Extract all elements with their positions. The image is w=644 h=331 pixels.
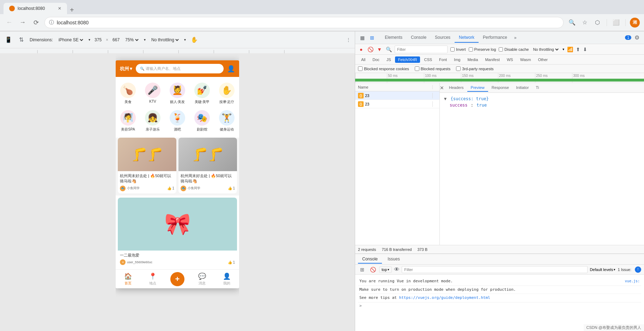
tab-network[interactable]: Network: [455, 33, 479, 43]
single-post-card[interactable]: 🎀 一二最泡爱 ☀ user_55609e60uc 👍 1: [118, 198, 237, 267]
post-card-1[interactable]: 🦵🦵 杭州周末好去处 | 🔥50就可以骑马啦🐴 🐟 小鱼同学 👍 1: [118, 138, 176, 193]
filter-input[interactable]: [395, 46, 448, 53]
vue-link-1[interactable]: vue.js:: [625, 278, 640, 284]
category-meishi[interactable]: 🍗 美食: [116, 80, 140, 107]
eye-icon[interactable]: 👁: [394, 266, 400, 273]
request-row-1[interactable]: {} 23: [355, 91, 439, 100]
address-bar[interactable]: ⓘ localhost:8080: [44, 17, 564, 28]
filter-img[interactable]: Img: [451, 56, 463, 63]
tab-close-btn[interactable]: ✕: [58, 6, 61, 11]
console-context-selector[interactable]: top ▾: [379, 266, 392, 273]
console-embed-btn[interactable]: ⊞: [358, 265, 366, 274]
tab-sources[interactable]: Sources: [431, 33, 455, 43]
clear-btn[interactable]: 🚫: [367, 46, 373, 53]
zoom-select[interactable]: 75%: [124, 37, 140, 43]
tab-console-panel[interactable]: Console: [358, 255, 382, 264]
device-toolbar-more[interactable]: ⋮: [346, 37, 351, 42]
nav-profile[interactable]: 👤 我的: [214, 272, 239, 286]
default-levels-dropdown[interactable]: Default levels ▾: [590, 267, 615, 272]
issues-tab-label: Issues: [388, 257, 400, 261]
filter-media[interactable]: Media: [464, 56, 481, 63]
back-btn[interactable]: ←: [4, 18, 14, 28]
no-touch-btn[interactable]: ✋: [190, 36, 199, 44]
device-toggle-btn[interactable]: 📱: [4, 36, 13, 44]
category-escape[interactable]: 🎭 剧剧馆: [190, 107, 214, 135]
blocked-response-check[interactable]: [358, 66, 363, 71]
active-tab[interactable]: localhost:8080 ✕: [4, 3, 67, 14]
new-tab-btn[interactable]: +: [70, 6, 74, 14]
filter-ws[interactable]: WS: [504, 56, 516, 63]
preview-root[interactable]: ▼ {success: true}: [443, 96, 641, 102]
category-gym[interactable]: 🏋 健身运动: [214, 107, 239, 135]
tick-300ms-label: 300 ms: [573, 74, 585, 78]
bookmark-btn[interactable]: ☆: [580, 18, 590, 28]
throttle-dropdown[interactable]: No throttling: [531, 47, 560, 52]
tab-performance[interactable]: Performance: [479, 33, 511, 43]
deployment-link[interactable]: https://vuejs.org/guide/deployment.html: [399, 295, 490, 300]
reload-btn[interactable]: ⟳: [31, 18, 41, 28]
filter-doc[interactable]: Doc: [369, 56, 383, 63]
status-text: CSDN @布娶成为最负责的男人: [587, 325, 641, 330]
inspect-element-btn[interactable]: ▦: [358, 34, 366, 42]
throttle-select[interactable]: No throttling: [150, 37, 180, 43]
tab-issues-panel[interactable]: Issues: [383, 255, 404, 264]
profile-avatar[interactable]: 湘: [630, 18, 640, 28]
more-tabs-btn[interactable]: »: [511, 33, 520, 42]
add-icon[interactable]: +: [170, 272, 184, 286]
device-second-btn[interactable]: ⇅: [17, 36, 25, 44]
filter-js[interactable]: JS: [383, 56, 394, 63]
search-btn[interactable]: 🔍: [567, 18, 577, 28]
request-row-2[interactable]: {} 23: [355, 100, 439, 108]
console-filter-input[interactable]: [402, 266, 588, 273]
filter-icon-btn[interactable]: ▼: [376, 46, 383, 53]
category-ktv[interactable]: 🎤 KTV: [140, 80, 165, 107]
disable-cache-check[interactable]: [499, 47, 503, 52]
app-location[interactable]: 杭州 ▾: [120, 66, 132, 72]
preview-tab-timing[interactable]: Ti: [532, 84, 542, 92]
filter-fetch[interactable]: Fetch/XHR: [395, 56, 420, 63]
filter-other[interactable]: Other: [535, 56, 551, 63]
upload-icon[interactable]: ⬆: [576, 47, 580, 52]
third-party-check[interactable]: [456, 66, 461, 71]
nav-add[interactable]: +: [165, 272, 190, 286]
blocked-requests-check[interactable]: [415, 66, 419, 71]
forward-btn[interactable]: →: [18, 18, 28, 28]
filter-font[interactable]: Font: [436, 56, 450, 63]
app-search-bar[interactable]: 🔍 请输入商户名、地点: [136, 64, 224, 73]
devtools-settings-btn[interactable]: ⚙: [633, 34, 641, 42]
invert-check[interactable]: [450, 47, 455, 52]
nav-home[interactable]: 🏠 首页: [116, 272, 140, 286]
category-nail[interactable]: 💅 美睫·美甲: [190, 80, 214, 107]
post-card-2[interactable]: 🦵🦵 杭州周末好去处 | 🔥50就可以骑马啦🐴 🐟 小鱼同学 👍 1: [178, 138, 237, 193]
device-toolbar-toggle[interactable]: ⊞: [368, 34, 376, 42]
category-label2: KTV: [149, 100, 156, 103]
preview-tab-response[interactable]: Response: [488, 84, 513, 92]
app-user-icon[interactable]: 👤: [227, 65, 235, 73]
preview-tab-preview[interactable]: Preview: [467, 84, 488, 92]
category-massage[interactable]: ✋ 按摩·足疗: [214, 80, 239, 107]
record-btn[interactable]: ●: [358, 46, 364, 53]
filter-wasm[interactable]: Wasm: [517, 56, 534, 63]
wifi-icon[interactable]: 📶: [567, 47, 573, 52]
device-select[interactable]: iPhone SE: [57, 37, 84, 43]
category-bar[interactable]: 🍹 酒吧: [165, 107, 190, 135]
category-spa[interactable]: 🧖 美容SPA: [116, 107, 140, 135]
nav-location[interactable]: 📍 地点: [140, 272, 165, 286]
tab-elements[interactable]: Elements: [381, 33, 407, 43]
filter-all[interactable]: All: [358, 56, 369, 63]
category-kids[interactable]: 👧 亲子游乐: [140, 107, 165, 135]
nav-messages[interactable]: 💬 消息: [190, 272, 214, 286]
category-beauty[interactable]: 💆 丽人·美发: [165, 80, 190, 107]
close-preview-btn[interactable]: ✕: [440, 85, 444, 91]
preview-tab-headers[interactable]: Headers: [445, 84, 467, 92]
split-view-btn[interactable]: ⬜: [611, 18, 621, 28]
tab-console[interactable]: Console: [407, 33, 431, 43]
console-clear-btn[interactable]: 🚫: [369, 265, 377, 274]
extensions-btn[interactable]: ⬡: [593, 18, 602, 28]
preview-tab-initiator[interactable]: Initiator: [512, 84, 532, 92]
filter-manifest[interactable]: Manifest: [482, 56, 503, 63]
preserve-log-check[interactable]: [469, 47, 473, 52]
download-icon[interactable]: ⬇: [583, 47, 587, 52]
search-network-btn[interactable]: 🔍: [385, 46, 392, 53]
filter-css[interactable]: CSS: [421, 56, 435, 63]
